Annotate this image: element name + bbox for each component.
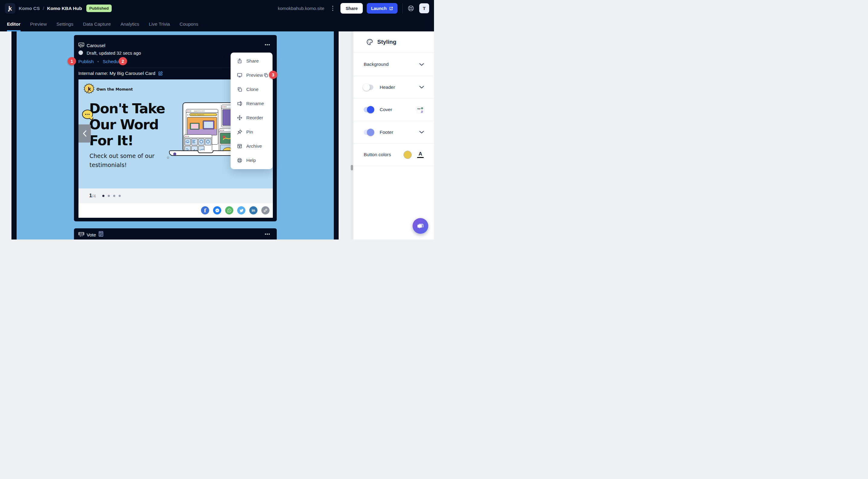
share-button[interactable]: Share <box>340 3 363 13</box>
pagination-dot[interactable] <box>119 195 121 197</box>
slide-artwork <box>187 117 217 135</box>
tab-coupons[interactable]: Coupons <box>180 17 198 31</box>
pagination-dot[interactable] <box>113 195 115 197</box>
cover-toggle[interactable] <box>364 107 373 112</box>
button-fill-color-swatch[interactable] <box>404 151 412 159</box>
rename-icon <box>237 101 242 106</box>
topbar-divider <box>402 3 403 13</box>
styling-panel-header: Styling <box>353 31 434 53</box>
tab-live-trivia[interactable]: Live Trivia <box>149 17 170 31</box>
tab-editor[interactable]: Editor <box>7 17 21 31</box>
facebook-share-icon[interactable]: f <box>201 206 209 214</box>
menu-item-pin[interactable]: Pin <box>230 125 273 139</box>
kebab-menu-icon[interactable] <box>331 4 335 12</box>
cover-thumbnail[interactable]: Hub <box>417 107 424 113</box>
edit-icon[interactable] <box>158 71 163 76</box>
whatsapp-share-icon[interactable] <box>225 206 233 214</box>
card-options-button[interactable]: ••• <box>265 42 271 47</box>
scrollbar-thumb[interactable] <box>351 165 353 170</box>
breadcrumb-page[interactable]: Komo KBA Hub <box>47 6 82 11</box>
archive-icon <box>237 144 242 149</box>
canvas-right-edge <box>334 31 339 239</box>
clone-icon <box>237 87 242 92</box>
chevron-down-icon[interactable] <box>419 131 424 133</box>
canvas-left-edge <box>11 31 17 239</box>
tab-data-capture[interactable]: Data Capture <box>83 17 111 31</box>
pagination-dot-active[interactable] <box>102 195 104 197</box>
hand-illustration <box>421 110 423 113</box>
topbar-actions: komokbahub.komo.site Share Launch T <box>278 0 429 17</box>
tab-settings[interactable]: Settings <box>56 17 73 31</box>
menu-item-clone[interactable]: Clone <box>230 82 273 96</box>
site-domain: komokbahub.komo.site <box>278 6 324 11</box>
menu-item-help[interactable]: Help <box>230 153 273 167</box>
section-footer: Footer <box>353 121 434 144</box>
text-color-bar <box>417 157 424 158</box>
button-text-color-tool[interactable]: A <box>417 151 424 158</box>
menu-item-reorder[interactable]: Reorder <box>230 111 273 125</box>
slide-heading: Don't Take Our Word For It! <box>89 100 165 149</box>
callout-badge-2: 2 <box>119 57 127 65</box>
speech-bubble-illustration <box>82 110 93 119</box>
search-pill-text: Consumer engagement <box>191 114 204 115</box>
breadcrumb: Komo CS / Komo KBA Hub Published <box>19 0 112 17</box>
internal-name-row: Internal name: My Big Carousel Card <box>79 71 163 76</box>
chevron-left-icon <box>83 130 87 137</box>
launch-button[interactable]: Launch <box>367 3 398 13</box>
pagination-dot[interactable] <box>108 195 110 197</box>
menu-item-archive[interactable]: Archive <box>230 139 273 153</box>
menu-item-share[interactable]: Share <box>230 54 273 68</box>
user-avatar[interactable]: T <box>419 3 429 13</box>
carousel-pagination: 1 /4 <box>79 188 273 203</box>
chevron-down-icon[interactable] <box>419 86 424 89</box>
section-header: Header <box>353 76 434 98</box>
menu-item-preview[interactable]: Preview <box>230 68 273 82</box>
styling-panel: Styling Background Header Cover Hub <box>353 31 434 239</box>
section-button-colors: Button colors A <box>353 144 434 166</box>
right-gutter <box>339 31 351 239</box>
header-toggle[interactable] <box>364 85 373 90</box>
top-bar: k Komo CS / Komo KBA Hub Published komok… <box>0 0 434 17</box>
styling-panel-title: Styling <box>377 39 396 45</box>
breadcrumb-project[interactable]: Komo CS <box>19 6 40 11</box>
copy-icon[interactable] <box>264 73 268 78</box>
chat-widget-button[interactable] <box>412 218 428 234</box>
share-icon <box>237 58 242 64</box>
internal-name-text: Internal name: My Big Carousel Card <box>79 71 155 76</box>
card-context-menu: Share Preview Clone Rename Reorder Pin <box>230 53 273 169</box>
draft-status-dot <box>79 51 83 55</box>
publish-link[interactable]: Publish <box>79 59 94 64</box>
menu-item-rename[interactable]: Rename <box>230 96 273 111</box>
vote-card-title: Vote <box>87 232 96 238</box>
pagination-dots <box>102 195 121 197</box>
footer-toggle[interactable] <box>364 129 373 135</box>
vote-card-options-button[interactable]: ••• <box>265 232 271 236</box>
scrollbar-track[interactable] <box>351 31 353 239</box>
tab-analytics[interactable]: Analytics <box>120 17 139 31</box>
linkedin-share-icon[interactable]: in <box>249 206 257 214</box>
callout-badge-1: 1 <box>68 57 76 65</box>
chat-bubble-icon <box>416 222 425 230</box>
tab-preview[interactable]: Preview <box>30 17 47 31</box>
help-icon <box>237 158 242 163</box>
section-background[interactable]: Background <box>353 53 434 76</box>
pagination-current: 1 <box>89 193 92 199</box>
carousel-prev-button[interactable] <box>79 124 91 143</box>
launch-button-label: Launch <box>371 6 386 11</box>
messenger-share-icon[interactable] <box>213 206 221 214</box>
komo-editor-app: k Komo CS / Komo KBA Hub Published komok… <box>0 0 434 239</box>
external-link-icon <box>389 6 393 10</box>
left-gutter <box>0 31 11 239</box>
twitter-share-icon[interactable] <box>237 206 245 214</box>
chevron-down-icon[interactable] <box>419 63 424 66</box>
laptop-notch <box>198 150 213 153</box>
carousel-icon <box>78 42 85 50</box>
breadcrumb-separator: / <box>43 6 44 11</box>
browser-window-dashboard <box>184 134 212 152</box>
copy-link-share-icon[interactable] <box>261 206 270 214</box>
komo-logo[interactable]: k <box>5 3 16 13</box>
brand-name: Own the Moment <box>97 87 133 91</box>
support-icon[interactable] <box>407 5 414 12</box>
data-capture-icon[interactable] <box>98 231 104 238</box>
rocket-illustration <box>421 107 424 110</box>
